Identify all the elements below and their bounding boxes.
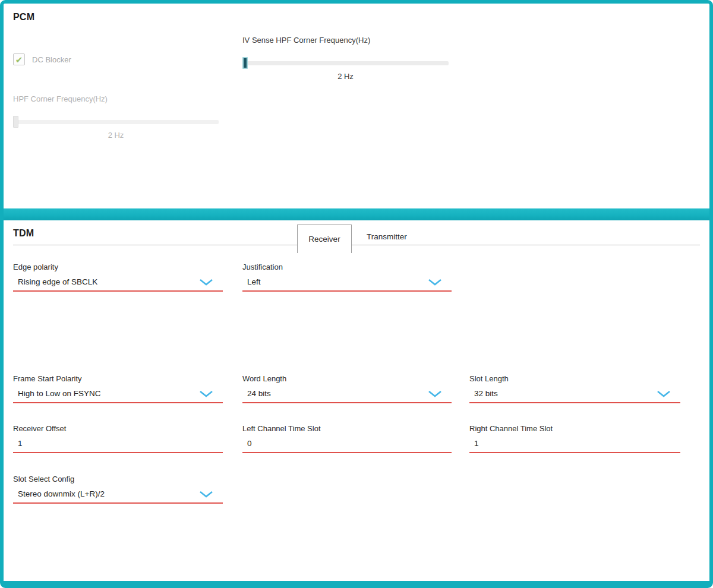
checkmark-icon: ✔ (15, 55, 23, 64)
hpf-corner-slider-group: HPF Corner Frequency(Hz) 2 Hz (13, 94, 219, 140)
field-label: Edge polarity (13, 263, 223, 271)
right-channel-time-slot-field (469, 439, 680, 453)
iv-sense-hpf-slider-value: 2 Hz (242, 72, 449, 81)
field-slot-length: Slot Length 32 bits (469, 374, 680, 403)
chevron-down-icon (199, 491, 213, 498)
field-word-length: Word Length 24 bits (242, 374, 452, 403)
hpf-corner-slider (13, 116, 219, 128)
pcm-panel: PCM ✔ DC Blocker IV Sense HPF Corner Fre… (4, 4, 709, 208)
codec-config-window: PCM ✔ DC Blocker IV Sense HPF Corner Fre… (0, 0, 713, 588)
slot-length-dropdown[interactable]: 32 bits (469, 389, 680, 403)
dropdown-value: Rising edge of SBCLK (18, 277, 97, 286)
iv-sense-hpf-slider[interactable] (242, 57, 449, 69)
chevron-down-icon (199, 390, 213, 397)
panel-divider (4, 208, 709, 220)
iv-sense-hpf-slider-group: IV Sense HPF Corner Frequency(Hz) 2 Hz (242, 36, 449, 81)
receiver-offset-input[interactable] (18, 439, 218, 448)
field-edge-polarity: Edge polarity Rising edge of SBCLK (13, 263, 223, 292)
slot-select-config-dropdown[interactable]: Stereo downmix (L+R)/2 (13, 489, 223, 504)
field-label: Slot Length (469, 374, 680, 383)
left-channel-time-slot-field (242, 439, 452, 453)
dropdown-value: 24 bits (247, 389, 271, 398)
field-right-channel-time-slot: Right Channel Time Slot (469, 424, 680, 453)
field-label: Receiver Offset (13, 424, 223, 433)
field-label: Justification (242, 263, 452, 271)
tdm-panel-title: TDM (13, 228, 34, 239)
dropdown-value: High to Low on FSYNC (18, 389, 101, 398)
edge-polarity-dropdown[interactable]: Rising edge of SBCLK (13, 277, 223, 292)
dc-blocker-label: DC Blocker (32, 55, 71, 64)
right-channel-time-slot-input[interactable] (474, 439, 676, 448)
field-justification: Justification Left (242, 263, 452, 292)
chevron-down-icon (199, 279, 213, 286)
dropdown-value: Stereo downmix (L+R)/2 (18, 489, 105, 498)
field-slot-select-config: Slot Select Config Stereo downmix (L+R)/… (13, 475, 223, 504)
dropdown-value: 32 bits (474, 389, 498, 398)
slider-track (242, 61, 449, 65)
dc-blocker-checkbox[interactable]: ✔ DC Blocker (13, 53, 71, 65)
slider-track (13, 120, 219, 124)
frame-start-polarity-dropdown[interactable]: High to Low on FSYNC (13, 389, 223, 403)
dropdown-value: Left (247, 277, 261, 286)
pcm-panel-title: PCM (13, 12, 34, 23)
slider-handle[interactable] (242, 57, 248, 69)
left-channel-time-slot-input[interactable] (247, 439, 447, 448)
checkbox-box[interactable]: ✔ (13, 53, 25, 65)
field-receiver-offset: Receiver Offset (13, 424, 223, 453)
slider-handle (13, 116, 18, 128)
field-label: Slot Select Config (13, 475, 223, 483)
field-frame-start-polarity: Frame Start Polarity High to Low on FSYN… (13, 374, 223, 403)
tdm-header-rule (13, 245, 700, 245)
receiver-offset-field (13, 439, 223, 453)
field-left-channel-time-slot: Left Channel Time Slot (242, 424, 452, 453)
hpf-corner-slider-value: 2 Hz (13, 131, 219, 140)
tdm-panel: TDM Receiver Transmitter Edge polarity R… (4, 220, 709, 581)
tab-receiver[interactable]: Receiver (297, 225, 352, 253)
justification-dropdown[interactable]: Left (242, 277, 452, 292)
field-label: Word Length (242, 374, 452, 383)
field-label: Left Channel Time Slot (242, 424, 452, 433)
chevron-down-icon (428, 390, 442, 397)
chevron-down-icon (428, 279, 442, 286)
field-label: Frame Start Polarity (13, 374, 223, 383)
tab-receiver-label: Receiver (308, 235, 340, 244)
chevron-down-icon (657, 390, 671, 397)
field-label: Right Channel Time Slot (469, 424, 680, 433)
hpf-corner-slider-label: HPF Corner Frequency(Hz) (13, 94, 219, 103)
iv-sense-hpf-slider-label: IV Sense HPF Corner Frequency(Hz) (242, 36, 449, 45)
word-length-dropdown[interactable]: 24 bits (242, 389, 452, 403)
tab-transmitter-label: Transmitter (367, 232, 407, 241)
